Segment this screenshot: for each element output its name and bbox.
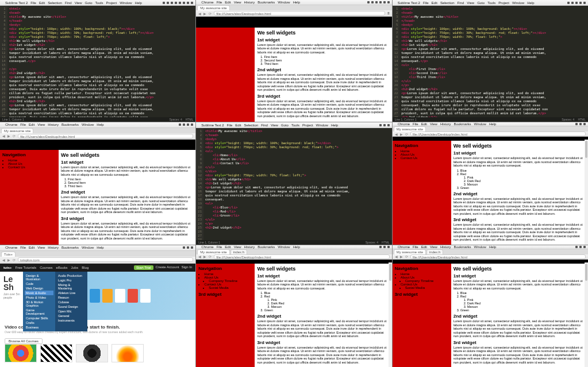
menu-goto[interactable]: Goto [85, 1, 93, 5]
course-thumb[interactable] [40, 344, 72, 362]
browser-toolbar: ◀ ▶ ⟳ file:///Users/alex/Desktop/index.h… [196, 10, 391, 17]
menu-help[interactable]: Help [293, 1, 300, 4]
scrollbar[interactable] [585, 262, 588, 367]
url-bar[interactable]: file:///Users/alex/Desktop/index.html [18, 134, 193, 138]
menu-find[interactable]: Find [65, 1, 72, 5]
panel-chrome-3: ChromeFileEditViewHistoryBookmarksWindow… [393, 122, 588, 244]
code-editor[interactable]: 1 2 3 4 5 6 7 8 9 10 11 12 13 14 15 16 1… [0, 6, 195, 117]
code[interactable]: <html> <head> <title>My awesome site</ti… [7, 6, 196, 117]
reload-icon[interactable]: ⟳ [13, 258, 16, 262]
menu-history[interactable]: History [244, 1, 255, 4]
gutter: 1 2 3 4 5 6 7 8 9 10 11 12 13 14 15 16 1… [0, 6, 7, 117]
course-thumb[interactable] [5, 344, 37, 362]
back-icon[interactable]: ◀ [395, 132, 398, 136]
menu-window[interactable]: Window [120, 1, 132, 5]
reload-icon[interactable]: ⟳ [405, 132, 408, 136]
macos-menubar[interactable]: Sublime Text 2 File Edit Selection Find … [0, 0, 195, 6]
nav-ebooks[interactable]: eBooks [56, 266, 68, 269]
reload-icon[interactable]: ⟳ [13, 134, 16, 138]
menu-view[interactable]: View [75, 1, 82, 5]
browse-all-button[interactable]: Browse All Courses [5, 338, 43, 344]
menu-file[interactable]: File [217, 1, 222, 4]
h-widget3: 3rd widget [257, 94, 389, 99]
browser-tab[interactable]: index.h [230, 249, 247, 254]
nav-jobs[interactable]: Jobs [71, 266, 79, 269]
nav-title: Navigation [2, 152, 56, 157]
panel-tuts: ChromeFileEditViewHistoryBookmarksWindow… [0, 245, 195, 367]
menu-tools[interactable]: Tools [95, 1, 103, 5]
nav-blog[interactable]: Blog [82, 266, 89, 269]
course-thumb[interactable] [112, 344, 144, 362]
url-bar[interactable]: tutsplus.com [18, 257, 193, 262]
reload-icon[interactable]: ⟳ [209, 11, 212, 16]
browser-tab[interactable]: My awesome site [197, 249, 229, 254]
start-trial-button[interactable]: Start Trial [134, 265, 153, 270]
forward-icon[interactable]: ▶ [203, 11, 206, 16]
sign-in-link[interactable]: Sign In [182, 265, 193, 270]
code-editor[interactable]: 1 2 3 4 5 6 7 8 9 10 11 12 13 14 15 16 1… [196, 128, 391, 239]
nav-free-tutorials[interactable]: Free Tutorials [16, 266, 37, 269]
mega-dropdown[interactable]: Design & Illustration Code Web Design Mu… [23, 272, 87, 331]
menu-project[interactable]: Project [106, 1, 117, 5]
code-editor[interactable]: 1 2 3 4 5 6 7 8 9 10 11 12 13 14 15 16 1… [393, 6, 588, 117]
ordered-list: First Item Second Item Third Item [264, 55, 389, 65]
macos-menubar[interactable]: Chrome File Edit View History Bookmarks … [196, 0, 391, 5]
browser-tab[interactable]: My awesome site [197, 5, 229, 10]
url-bar[interactable]: file:///Users/alex/Desktop/index.html [214, 254, 389, 259]
forward-icon[interactable]: ▶ [400, 132, 403, 136]
forward-icon[interactable]: ▶ [7, 258, 10, 262]
para: Lorem ipsum dolor sit amet, consectetur … [257, 43, 389, 55]
menu-bookmarks[interactable]: Bookmarks [258, 1, 275, 4]
menu-file[interactable]: File [30, 1, 36, 5]
nav-link[interactable]: Social Media [209, 286, 252, 289]
forward-icon[interactable]: ▶ [7, 134, 10, 138]
page-title: We sell widgets [61, 152, 193, 158]
panel-sublime-1: Sublime Text 2 File Edit Selection Find … [0, 0, 195, 122]
create-account-link[interactable]: Create Account [156, 265, 179, 270]
menu-sel[interactable]: Selection [48, 1, 62, 5]
panel-sublime-2: Sublime Text 2 File Edit Selection Find … [393, 0, 588, 122]
tuts-logo[interactable]: tuts+ [3, 266, 12, 269]
course-thumb[interactable] [76, 344, 108, 362]
nav-courses[interactable]: Courses [40, 266, 52, 269]
menu-app[interactable]: Chrome [201, 1, 213, 4]
menu-app[interactable]: Sublime Text 2 [5, 1, 28, 5]
status-lang: HTML [186, 118, 194, 121]
menu-edit[interactable]: Edit [225, 1, 230, 4]
sidebar-red: Navigation Home About Us Contact Us [0, 150, 59, 245]
page-title: We sell widgets [257, 30, 389, 36]
course-thumbs [5, 344, 191, 362]
browser-tab[interactable]: My awesome site [1, 128, 33, 133]
back-icon[interactable]: ◀ [2, 134, 5, 138]
back-icon[interactable]: ◀ [2, 258, 5, 262]
main-content: We sell widgets 1st widget Lorem ipsum d… [255, 28, 391, 122]
page-body: We sell widgets 1st widget Lorem ipsum d… [196, 28, 391, 122]
url-bar[interactable]: file:///Users/alex/Desktop/index.html [214, 11, 385, 16]
nav-link[interactable]: Contact Us [8, 165, 56, 169]
url-bar[interactable]: file:///Users/alex/Desktop/index.html [410, 254, 586, 259]
macos-menubar[interactable]: Sublime Text 2 File Edit Selection Find … [393, 0, 588, 6]
scrollbar[interactable] [389, 262, 392, 367]
tuts-navbar: tuts+ Free Tutorials Courses eBooks Jobs… [0, 264, 195, 272]
h-widget2: 2nd widget [257, 67, 389, 72]
nav-link[interactable]: Contact Us [401, 156, 449, 160]
scrollbar[interactable] [585, 140, 588, 244]
colors-list: Blue Red Pink Dark Red Maroon Green [460, 169, 586, 190]
menu-edit[interactable]: Edit [39, 1, 45, 5]
browser-tab[interactable]: My awesome site [394, 249, 426, 254]
browser-tab[interactable]: My awesome site [394, 126, 426, 132]
browser-tab[interactable]: index.h [426, 249, 443, 254]
menu-help[interactable]: Help [135, 1, 142, 5]
list-item: Third Item [264, 62, 389, 65]
nav-link[interactable]: Social Media [405, 286, 449, 289]
menu-window[interactable]: Window [278, 1, 290, 4]
header-black [196, 17, 391, 27]
menu-view[interactable]: View [234, 1, 241, 4]
url-bar[interactable]: file:///Users/alex/Desktop/index.html [410, 132, 586, 136]
menu-icon[interactable]: ≡ [387, 11, 390, 15]
status-spaces: Spaces: 4 [169, 118, 182, 121]
browser-tab[interactable]: Tuts+ [1, 252, 16, 257]
para: Lorem ipsum dolor sit amet, consectetur … [257, 99, 389, 118]
back-icon[interactable]: ◀ [198, 11, 201, 16]
tabstrip[interactable]: My awesome site [196, 5, 391, 10]
